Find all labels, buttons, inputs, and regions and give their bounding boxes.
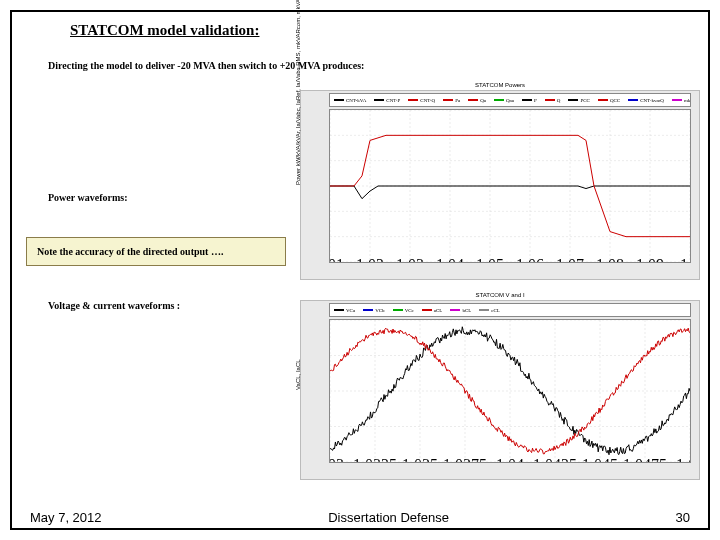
slide-title: STATCOM model validation: <box>70 22 259 39</box>
svg-text:1.01: 1.01 <box>330 256 344 262</box>
svg-text:1.1: 1.1 <box>680 256 690 262</box>
footer-date: May 7, 2012 <box>30 510 102 525</box>
vi-chart-title: STATCOM V and I <box>301 292 699 298</box>
slide-footer: May 7, 2012 Dissertation Defense 30 <box>0 510 720 525</box>
power-chart-ylabel: Power kW/kVA/kVAr, Ia/Vabc, IaRef, Ia/Va… <box>295 0 301 185</box>
vi-chart: STATCOM V and I VCaVCbVCcaCLbCLcCL 1.031… <box>300 300 700 480</box>
svg-text:1.05: 1.05 <box>676 456 690 462</box>
vi-chart-ylabel: VaCL, IaCL <box>295 359 301 390</box>
vi-chart-legend: VCaVCbVCcaCLbCLcCL <box>329 303 691 317</box>
power-chart-title: STATCOM Powers <box>301 82 699 88</box>
power-chart-legend: CNT-kVACNT-PCNT-QPaQaQaaPQPCCQCCCNT-kvar… <box>329 93 691 107</box>
directive-text: Directing the model to deliver -20 MVA t… <box>48 60 364 71</box>
power-label: Power waveforms: <box>48 192 128 203</box>
vi-label: Voltage & current waveforms : <box>48 300 180 311</box>
vi-chart-plot: 1.031.03251.0351.03751.041.04251.0451.04… <box>329 319 691 463</box>
svg-text:1.03: 1.03 <box>330 456 344 462</box>
power-chart: STATCOM Powers CNT-kVACNT-PCNT-QPaQaQaaP… <box>300 90 700 280</box>
footer-center: Dissertation Defense <box>328 510 449 525</box>
power-chart-plot: 1.011.021.031.041.051.061.071.081.091.1-… <box>329 109 691 263</box>
footer-page: 30 <box>676 510 690 525</box>
note-callout: Note the accuracy of the directed output… <box>26 237 286 266</box>
